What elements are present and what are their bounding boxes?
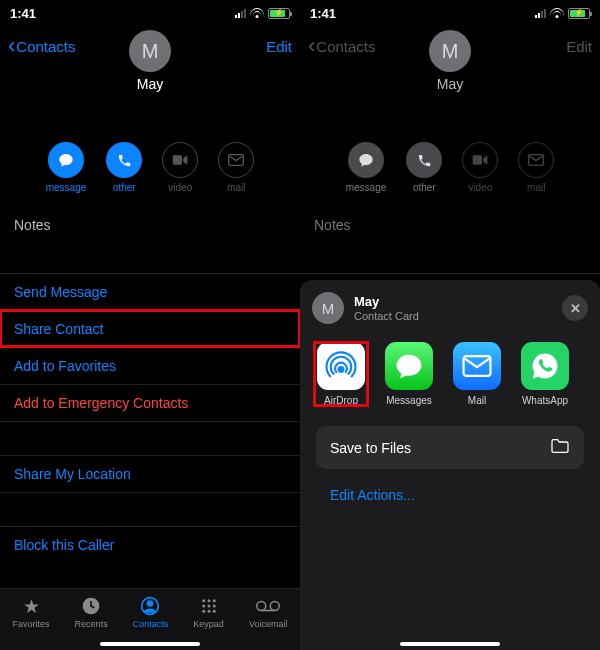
message-icon (48, 142, 84, 178)
share-title: May (354, 294, 419, 310)
cell-signal-icon (535, 8, 546, 18)
mail-label: mail (227, 182, 245, 193)
svg-point-4 (148, 601, 153, 606)
share-location-row[interactable]: Share My Location (0, 455, 300, 492)
whatsapp-icon (521, 342, 569, 390)
save-to-files-label: Save to Files (330, 440, 411, 456)
svg-point-5 (202, 599, 205, 602)
video-action[interactable]: video (162, 142, 198, 193)
tab-bar: ★Favorites Recents Contacts Keypad Voice… (0, 588, 300, 650)
home-indicator[interactable] (100, 642, 200, 646)
tab-voicemail-label: Voicemail (249, 619, 288, 629)
messages-app[interactable]: Messages (382, 342, 436, 406)
svg-point-6 (207, 599, 210, 602)
tab-keypad[interactable]: Keypad (193, 595, 224, 629)
mail-app[interactable]: Mail (450, 342, 504, 406)
close-button[interactable]: ✕ (562, 295, 588, 321)
contact-actions: message other video mail (0, 142, 300, 193)
tab-favorites-label: Favorites (13, 619, 50, 629)
wifi-icon (250, 8, 264, 18)
tab-voicemail[interactable]: Voicemail (249, 595, 288, 629)
svg-point-11 (202, 610, 205, 613)
contact-avatar: M (129, 30, 171, 72)
svg-point-8 (202, 605, 205, 608)
video-label: video (468, 182, 492, 193)
more-apps[interactable] (586, 342, 588, 406)
whatsapp-app[interactable]: WhatsApp (518, 342, 572, 406)
share-avatar: M (312, 292, 344, 324)
edit-button[interactable]: Edit (266, 38, 292, 55)
add-favorites-row[interactable]: Add to Favorites (0, 347, 300, 384)
airdrop-app[interactable]: AirDrop (314, 342, 368, 406)
home-indicator[interactable] (400, 642, 500, 646)
status-indicators: ⚡ (235, 8, 290, 19)
svg-point-15 (270, 602, 279, 611)
add-emergency-row[interactable]: Add to Emergency Contacts (0, 384, 300, 421)
svg-point-12 (207, 610, 210, 613)
tab-favorites[interactable]: ★Favorites (13, 595, 50, 629)
video-label: video (168, 182, 192, 193)
call-action[interactable]: other (106, 142, 142, 193)
whatsapp-label: WhatsApp (522, 395, 568, 406)
mail-icon (518, 142, 554, 178)
edit-actions-row[interactable]: Edit Actions... (312, 475, 588, 515)
send-message-row[interactable]: Send Message (0, 273, 300, 310)
contact-icon (140, 595, 160, 617)
svg-rect-0 (173, 155, 182, 164)
message-action[interactable]: message (46, 142, 87, 193)
messages-icon (385, 342, 433, 390)
clock-icon (81, 595, 101, 617)
share-apps: AirDrop Messages Mail WhatsApp (312, 338, 588, 420)
back-label: Contacts (316, 38, 375, 55)
contact-name: May (429, 76, 471, 92)
airdrop-label: AirDrop (324, 395, 358, 406)
battery-icon: ⚡ (568, 8, 590, 19)
status-time: 1:41 (10, 6, 36, 21)
back-button[interactable]: ‹Contacts (8, 38, 76, 55)
notes-label: Notes (300, 207, 600, 243)
edit-button: Edit (566, 38, 592, 55)
svg-point-13 (212, 610, 215, 613)
message-icon (348, 142, 384, 178)
status-bar: 1:41 ⚡ (0, 0, 300, 26)
wifi-icon (550, 8, 564, 18)
voicemail-icon (256, 595, 280, 617)
contact-avatar: M (429, 30, 471, 72)
notes-field[interactable] (0, 243, 300, 273)
message-label: message (46, 182, 87, 193)
block-caller-row[interactable]: Block this Caller (0, 526, 300, 563)
phone-icon (406, 142, 442, 178)
svg-point-9 (207, 605, 210, 608)
message-label: message (346, 182, 387, 193)
back-button: ‹Contacts (308, 38, 376, 55)
svg-point-19 (338, 366, 345, 373)
call-label: other (413, 182, 436, 193)
share-contact-row[interactable]: Share Contact (0, 310, 300, 347)
contact-header: M May (429, 30, 471, 92)
svg-point-10 (212, 605, 215, 608)
share-subtitle: Contact Card (354, 310, 419, 322)
contact-name: May (129, 76, 171, 92)
star-icon: ★ (23, 595, 40, 617)
mail-icon (218, 142, 254, 178)
tab-recents[interactable]: Recents (75, 595, 108, 629)
status-indicators: ⚡ (535, 8, 590, 19)
notes-field (300, 243, 600, 273)
mail-app-label: Mail (468, 395, 486, 406)
mail-app-icon (453, 342, 501, 390)
mail-label: mail (527, 182, 545, 193)
spacer (0, 421, 300, 455)
phone-icon (106, 142, 142, 178)
video-action: video (462, 142, 498, 193)
tab-contacts-label: Contacts (133, 619, 169, 629)
folder-icon (550, 438, 570, 457)
tab-contacts[interactable]: Contacts (133, 595, 169, 629)
svg-rect-17 (473, 155, 482, 164)
cell-signal-icon (235, 8, 246, 18)
share-sheet: M May Contact Card ✕ AirDrop Messages Ma… (300, 280, 600, 650)
mail-action[interactable]: mail (218, 142, 254, 193)
video-icon (162, 142, 198, 178)
save-to-files-row[interactable]: Save to Files (316, 426, 584, 469)
contact-header: M May (129, 30, 171, 92)
messages-label: Messages (386, 395, 432, 406)
